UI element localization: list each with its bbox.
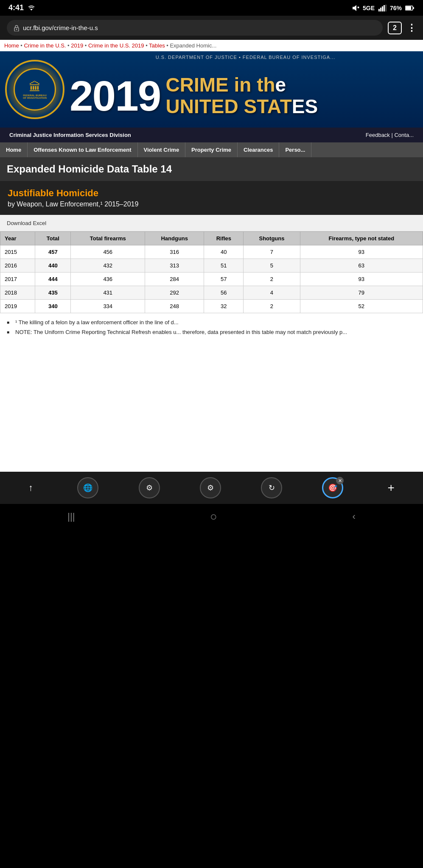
cell-year: 2015 — [0, 245, 35, 259]
cell-total: 444 — [35, 273, 71, 286]
cell-total-firearms: 436 — [71, 273, 145, 286]
svg-marker-1 — [353, 5, 356, 11]
cell-type-not-stated: 93 — [300, 273, 423, 286]
table-row: 2019 340 334 248 32 2 52 — [0, 300, 423, 313]
cell-handguns: 313 — [145, 259, 204, 273]
cell-handguns: 284 — [145, 273, 204, 286]
cell-year: 2017 — [0, 273, 35, 286]
banner-title: CRIME in the UNITED STATES — [160, 74, 318, 117]
data-table-wrapper: Year Total Total firearms Handguns Rifle… — [0, 231, 423, 313]
nav-property-crime[interactable]: Property Crime — [185, 142, 238, 157]
mute-icon — [351, 4, 359, 12]
table-row: 2016 440 432 313 51 5 63 — [0, 259, 423, 273]
cell-shotguns: 5 — [244, 259, 300, 273]
svg-rect-8 — [385, 5, 387, 11]
cell-type-not-stated: 93 — [300, 245, 423, 259]
network-type: 5GE — [363, 5, 375, 11]
cell-year: 2016 — [0, 259, 35, 273]
footnote-note: NOTE: The Uniform Crime Reporting Techni… — [7, 329, 416, 335]
gear-icon-1: ⚙ — [146, 483, 153, 492]
col-header-year: Year — [0, 232, 35, 245]
settings-button-1[interactable]: ⚙ — [139, 477, 160, 498]
lock-icon — [14, 25, 20, 31]
gear-icon-2: ⚙ — [207, 483, 214, 492]
nav-persons[interactable]: Perso... — [279, 142, 311, 157]
browser-menu-button[interactable]: ⋮ — [407, 22, 416, 33]
wifi-signal-icon — [27, 5, 36, 11]
close-badge: ✕ — [336, 477, 344, 484]
refresh-button[interactable]: ↻ — [261, 477, 282, 498]
cell-total-firearms: 334 — [71, 300, 145, 313]
svg-rect-11 — [406, 6, 411, 10]
globe-icon: 🌐 — [83, 483, 92, 492]
breadcrumb-home[interactable]: Home — [4, 42, 19, 49]
refresh-icon: ↻ — [269, 483, 275, 492]
footnotes: ¹ The killing of a felon by a law enforc… — [0, 313, 423, 345]
website-content: Home • Crime in the U.S. • 2019 • Crime … — [0, 40, 423, 472]
target-button[interactable]: 🎯 ✕ — [322, 477, 343, 498]
settings-button-2[interactable]: ⚙ — [200, 477, 221, 498]
svg-rect-7 — [384, 5, 385, 11]
cell-total: 340 — [35, 300, 71, 313]
cell-total: 457 — [35, 245, 71, 259]
cell-type-not-stated: 63 — [300, 259, 423, 273]
status-bar: 4:41 5GE 76% — [0, 0, 423, 16]
nav-clearances[interactable]: Clearances — [238, 142, 279, 157]
main-navigation: Home Offenses Known to Law Enforcement V… — [0, 142, 423, 157]
cell-year: 2019 — [0, 300, 35, 313]
target-icon: 🎯 — [328, 483, 337, 492]
footnote-1: ¹ The killing of a felon by a law enforc… — [7, 319, 416, 326]
recent-apps-button[interactable]: ||| — [67, 511, 75, 522]
col-header-total-firearms: Total firearms — [71, 232, 145, 245]
cell-handguns: 316 — [145, 245, 204, 259]
cell-total-firearms: 431 — [71, 286, 145, 300]
banner-year: 2019 — [70, 75, 160, 117]
nav-bar: Criminal Justice Information Services Di… — [0, 128, 423, 142]
breadcrumb-tables[interactable]: Tables — [149, 42, 165, 49]
system-navigation: ||| ○ ‹ — [0, 504, 423, 532]
col-header-total: Total — [35, 232, 71, 245]
extra-space — [0, 345, 423, 472]
cell-total: 435 — [35, 286, 71, 300]
bottom-toolbar: ↑ 🌐 ⚙ ⚙ ↻ 🎯 ✕ + — [0, 472, 423, 504]
home-button[interactable]: ○ — [210, 510, 217, 523]
cell-type-not-stated: 79 — [300, 286, 423, 300]
svg-point-13 — [16, 28, 17, 30]
battery-icon — [405, 5, 415, 11]
address-bar[interactable]: ucr.fbi.gov/crime-in-the-u.s — [7, 20, 383, 36]
tab-count[interactable]: 2 — [388, 22, 402, 34]
cell-total-firearms: 432 — [71, 259, 145, 273]
breadcrumb-2019[interactable]: 2019 — [71, 42, 83, 49]
nav-offenses[interactable]: Offenses Known to Law Enforcement — [28, 142, 137, 157]
download-excel-link[interactable]: Download Excel — [7, 220, 46, 226]
new-tab-button[interactable]: + — [384, 477, 399, 499]
svg-rect-10 — [413, 7, 414, 9]
svg-rect-6 — [382, 6, 383, 11]
svg-rect-5 — [380, 8, 381, 11]
cell-handguns: 292 — [145, 286, 204, 300]
col-header-shotguns: Shotguns — [244, 232, 300, 245]
cell-shotguns: 4 — [244, 286, 300, 300]
table-row: 2018 435 431 292 56 4 79 — [0, 286, 423, 300]
page-title-bar: Expanded Homicide Data Table 14 — [0, 157, 423, 181]
browser-home-button[interactable]: 🌐 — [77, 477, 98, 498]
signal-bars-icon — [378, 5, 387, 11]
feedback-link[interactable]: Feedback | Conta... — [361, 128, 419, 142]
page-title: Expanded Homicide Data Table 14 — [7, 163, 416, 175]
nav-violent-crime[interactable]: Violent Crime — [138, 142, 186, 157]
nav-home[interactable]: Home — [0, 142, 28, 157]
browser-chrome: ucr.fbi.gov/crime-in-the-u.s 2 ⋮ — [0, 16, 423, 40]
cell-rifles: 56 — [204, 286, 244, 300]
scroll-up-button[interactable]: ↑ — [24, 478, 37, 498]
breadcrumb-crime-us[interactable]: Crime in the U.S. — [24, 42, 66, 49]
col-header-type-not-stated: Firearms, type not stated — [300, 232, 423, 245]
subtitle-section: Justifiable Homicide by Weapon, Law Enfo… — [0, 181, 423, 215]
url-text: ucr.fbi.gov/crime-in-the-u.s — [23, 24, 98, 31]
cell-shotguns: 2 — [244, 300, 300, 313]
cell-rifles: 32 — [204, 300, 244, 313]
cell-handguns: 248 — [145, 300, 204, 313]
cell-rifles: 40 — [204, 245, 244, 259]
time-display: 4:41 — [8, 3, 24, 12]
back-button[interactable]: ‹ — [352, 511, 355, 522]
breadcrumb-crime-us-2019[interactable]: Crime in the U.S. 2019 — [88, 42, 144, 49]
